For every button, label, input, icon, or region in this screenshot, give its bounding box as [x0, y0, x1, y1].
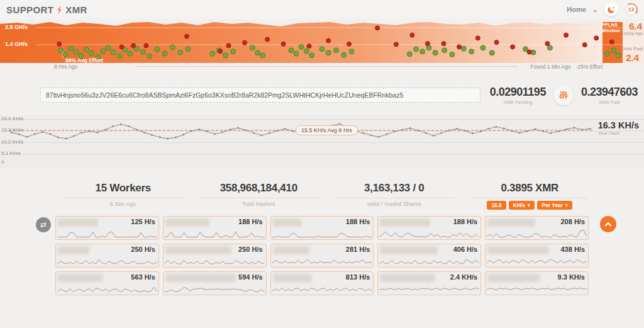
worker-card[interactable]: 406 H/s: [377, 244, 481, 268]
worker-name-redacted: [58, 218, 98, 227]
y-axis-tick: 10.2 KH/s: [1, 139, 23, 145]
banner-tick-28: 2.8 GH/s: [5, 24, 28, 30]
worker-card[interactable]: 281 H/s: [270, 244, 374, 268]
worker-sparkline: [57, 283, 157, 294]
refresh-icon: ⇄: [40, 220, 47, 229]
banner-connector-line: [135, 66, 518, 67]
notification-count: 13: [626, 4, 636, 14]
worker-sparkline: [379, 283, 479, 294]
worker-card[interactable]: 188 H/s: [377, 216, 481, 240]
stats-row: 15 Workers 6 Sec Ago 358,968,184,410 Tot…: [55, 182, 597, 210]
worker-hashrate: 188 H/s: [453, 218, 478, 225]
worker-hashrate: 208 H/s: [560, 218, 585, 225]
worker-card[interactable]: 188 H/s: [270, 216, 374, 240]
payment-settings-button[interactable]: [553, 85, 574, 105]
nav-caret-icon[interactable]: ⌄: [592, 6, 598, 14]
worker-card[interactable]: 250 H/s: [55, 244, 159, 268]
worker-card[interactable]: 208 H/s: [485, 216, 589, 240]
pool-banner: 2.8 GH/s 1.4 GH/s 88% Avg Effort 8 Hrs A…: [0, 21, 644, 71]
worker-name-redacted: [58, 274, 103, 282]
workers-last-seen: 6 Sec Ago: [55, 201, 191, 207]
worker-name-redacted: [273, 274, 312, 282]
xmr-pending-value: 0.02901195: [490, 86, 546, 99]
worker-name-redacted: [273, 246, 309, 254]
current-effort-label: -25% Effort: [576, 64, 602, 70]
xmr-paid-value: 0.23947603: [581, 86, 638, 99]
logo-text-xmr: XMR: [65, 4, 87, 15]
chevron-down-icon: ∨: [527, 203, 530, 208]
refresh-workers-button[interactable]: ⇄: [36, 217, 51, 232]
address-row: 0.02901195 XMR Pending 0.23947603 XMR Pa…: [40, 85, 638, 105]
y-axis-tick: 5.1 KH/s: [1, 150, 21, 156]
xmr-pending-block: 0.02901195 XMR Pending: [490, 86, 546, 105]
worker-hashrate: 125 H/s: [131, 218, 155, 225]
pool-banner-chart: [0, 21, 644, 63]
scroll-top-button[interactable]: [600, 216, 616, 232]
worker-name-redacted: [380, 274, 435, 282]
stat-earnings: 0.3895 XMR 15.5 KH/s∨ Per Year∨: [462, 182, 598, 210]
chevron-up-icon: [603, 219, 613, 229]
worker-name-redacted: [58, 246, 89, 254]
nav-home-link[interactable]: Home: [567, 6, 586, 13]
worker-name-redacted: [380, 218, 430, 227]
worker-sparkline: [165, 256, 265, 266]
worker-name-redacted: [487, 246, 549, 254]
logo-text-support: SUPPORT: [6, 4, 53, 15]
worker-hashrate: 250 H/s: [238, 246, 263, 253]
worker-hashrate: 563 H/s: [131, 273, 155, 281]
pplns-window-label: PPLNS Window: [602, 23, 621, 33]
notification-badge[interactable]: 13: [625, 3, 638, 16]
worker-sparkline: [57, 256, 157, 266]
worker-name-redacted: [165, 218, 209, 227]
stat-total-hashes: 358,968,184,410 Total Hashes: [191, 182, 327, 210]
worker-card[interactable]: 9.3 KH/s: [485, 271, 589, 295]
dark-mode-toggle[interactable]: [604, 3, 618, 16]
header: SUPPORT XMR Home ⌄ 13: [0, 0, 644, 19]
worker-card[interactable]: 438 H/s: [485, 244, 589, 268]
wallet-address-input[interactable]: [40, 88, 480, 103]
divider: [200, 198, 318, 198]
avg-hashrate-pill: 15.5 KH/s Avg 8 Hrs: [296, 125, 358, 135]
worker-sparkline: [379, 256, 479, 266]
worker-hashrate: 188 H/s: [346, 218, 370, 225]
worker-hashrate: 250 H/s: [131, 246, 155, 253]
xmr-pending-label: XMR Pending: [490, 99, 546, 105]
worker-card[interactable]: 188 H/s: [163, 216, 267, 240]
worker-name-redacted: [380, 246, 438, 254]
network-hashrate-value: 6.4: [629, 21, 642, 31]
worker-hashrate: 188 H/s: [238, 218, 263, 225]
y-axis-tick: 20.4 KH/s: [1, 116, 23, 122]
workers-grid: 125 H/s188 H/s188 H/s188 H/s208 H/s250 H…: [55, 216, 589, 295]
chevron-down-icon: ∨: [565, 203, 568, 208]
worker-hashrate: 438 H/s: [560, 246, 585, 253]
worker-card[interactable]: 125 H/s: [55, 216, 159, 240]
hashrate-chart: 20.4 KH/s15.3 KH/s10.2 KH/s5.1 KH/s0 15.…: [0, 115, 644, 173]
hashrate-amount-button[interactable]: 15.5: [487, 201, 506, 210]
worker-card[interactable]: 2.4 KH/s: [377, 271, 481, 295]
avg-effort-label: 88% Avg Effort: [65, 57, 103, 64]
pool-hashrate-value: 2.4: [626, 52, 639, 63]
worker-sparkline: [165, 283, 265, 294]
worker-card[interactable]: 594 H/s: [163, 271, 267, 295]
workers-count: 15 Workers: [55, 182, 191, 195]
hashrate-unit-dropdown[interactable]: KH/s∨: [509, 201, 535, 210]
workers-section: ⇄ 125 H/s188 H/s188 H/s188 H/s208 H/s250…: [0, 216, 644, 304]
divider: [471, 198, 589, 198]
stat-workers: 15 Workers 6 Sec Ago: [55, 182, 191, 210]
worker-sparkline: [272, 228, 372, 239]
worker-sparkline: [272, 256, 372, 266]
worker-hashrate: 406 H/s: [453, 246, 478, 253]
period-dropdown[interactable]: Per Year∨: [537, 201, 572, 210]
worker-name-redacted: [165, 274, 236, 282]
worker-card[interactable]: 813 H/s: [270, 271, 374, 295]
pool-hashrate-label: GH/s Pool: [621, 46, 643, 52]
current-hashrate-label: Your Hash: [598, 130, 639, 136]
worker-card[interactable]: 250 H/s: [163, 244, 267, 268]
total-hashes-label: Total Hashes: [191, 201, 327, 207]
total-hashes-value: 358,968,184,410: [191, 182, 327, 195]
sliders-icon: [558, 90, 569, 100]
worker-card[interactable]: 563 H/s: [55, 271, 159, 295]
logo[interactable]: SUPPORT XMR: [6, 4, 87, 15]
worker-name-redacted: [165, 246, 231, 254]
y-axis-tick: 15.3 KH/s: [1, 127, 23, 133]
